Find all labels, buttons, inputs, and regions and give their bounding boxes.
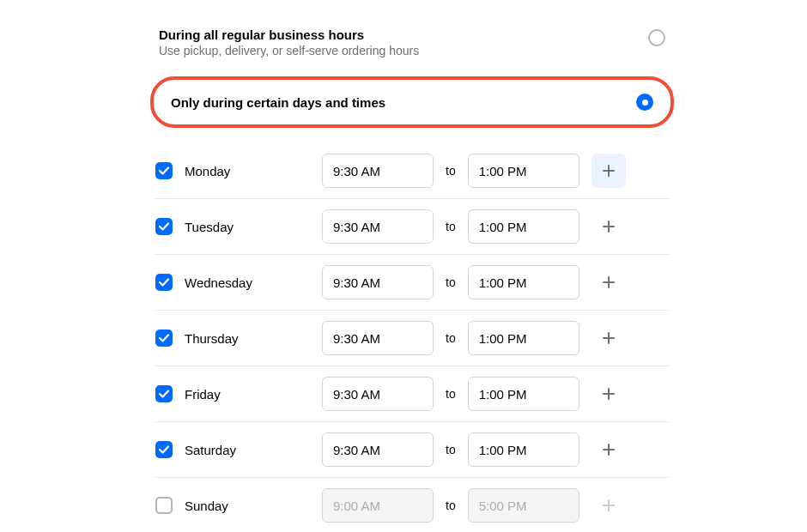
plus-icon: [602, 331, 616, 345]
day-label: Monday: [185, 164, 322, 178]
day-label: Wednesday: [185, 275, 322, 290]
to-label: to: [446, 164, 456, 178]
end-time-input: [468, 488, 579, 523]
day-label: Thursday: [185, 331, 322, 346]
end-time-input[interactable]: [468, 209, 579, 244]
day-checkbox[interactable]: [155, 385, 173, 402]
plus-icon: [602, 275, 616, 289]
option-regular-hours[interactable]: During all regular business hours Use pi…: [150, 21, 674, 68]
to-label: to: [446, 275, 456, 289]
add-time-button[interactable]: [592, 154, 626, 188]
plus-icon: [602, 220, 616, 233]
to-label: to: [446, 220, 456, 233]
add-time-button: [592, 488, 626, 523]
day-checkbox[interactable]: [155, 441, 173, 458]
to-label: to: [446, 443, 456, 456]
end-time-input[interactable]: [468, 265, 579, 299]
end-time-input[interactable]: [468, 154, 579, 188]
day-checkbox[interactable]: [155, 329, 173, 347]
start-time-input[interactable]: [322, 265, 434, 299]
start-time-input: [322, 488, 434, 523]
option-regular-title: During all regular business hours: [159, 27, 648, 42]
end-time-input[interactable]: [468, 377, 579, 411]
end-time-input[interactable]: [468, 432, 579, 467]
day-row: Saturdayto: [155, 421, 669, 477]
radio-custom-hours[interactable]: [636, 94, 653, 111]
day-label: Sunday: [185, 499, 322, 513]
start-time-input[interactable]: [322, 377, 434, 411]
add-time-button[interactable]: [592, 265, 626, 299]
plus-icon: [602, 499, 616, 512]
option-custom-hours[interactable]: Only during certain days and times: [150, 76, 674, 128]
add-time-button[interactable]: [592, 377, 626, 411]
option-regular-text: During all regular business hours Use pi…: [159, 27, 648, 57]
plus-icon: [602, 387, 616, 401]
option-custom-title: Only during certain days and times: [171, 95, 385, 110]
end-time-input[interactable]: [468, 321, 579, 355]
option-regular-subtitle: Use pickup, delivery, or self-serve orde…: [159, 44, 648, 57]
day-checkbox[interactable]: [155, 218, 173, 235]
plus-icon: [602, 443, 616, 456]
day-row: Fridayto: [155, 366, 669, 421]
day-checkbox[interactable]: [155, 162, 173, 179]
day-label: Saturday: [185, 443, 322, 457]
to-label: to: [446, 331, 456, 345]
to-label: to: [446, 499, 456, 512]
add-time-button[interactable]: [592, 432, 626, 467]
start-time-input[interactable]: [322, 432, 434, 467]
day-row: Mondayto: [155, 143, 669, 198]
days-list: MondaytoTuesdaytoWednesdaytoThursdaytoFr…: [150, 143, 674, 532]
day-row: Tuesdayto: [155, 198, 669, 254]
add-time-button[interactable]: [592, 209, 626, 244]
day-label: Tuesday: [185, 220, 322, 234]
day-checkbox[interactable]: [155, 497, 173, 514]
day-row: Sundayto: [155, 477, 669, 532]
start-time-input[interactable]: [322, 321, 434, 355]
add-time-button[interactable]: [592, 321, 626, 355]
day-label: Friday: [185, 387, 322, 402]
plus-icon: [602, 164, 616, 178]
start-time-input[interactable]: [322, 154, 434, 188]
day-row: Wednesdayto: [155, 254, 669, 310]
start-time-input[interactable]: [322, 209, 434, 244]
radio-regular-hours[interactable]: [648, 29, 665, 46]
day-row: Thursdayto: [155, 310, 669, 366]
to-label: to: [446, 387, 456, 401]
day-checkbox[interactable]: [155, 274, 173, 291]
